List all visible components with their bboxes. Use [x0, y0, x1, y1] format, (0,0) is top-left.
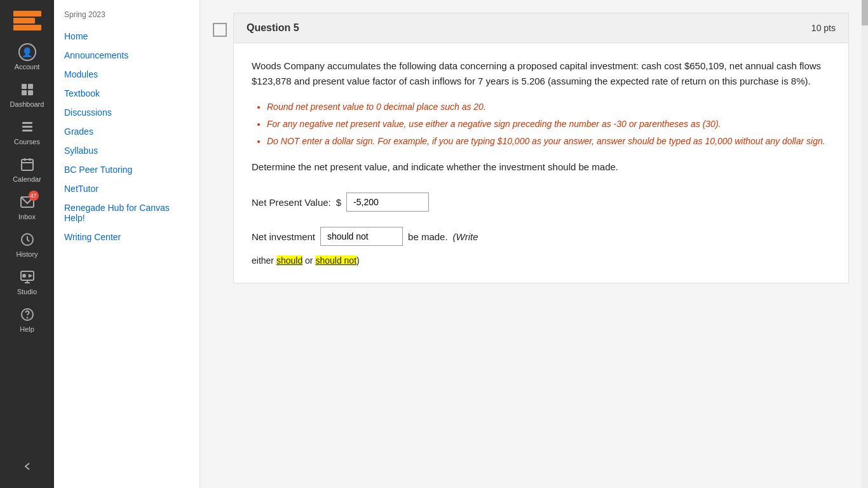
- sidebar-item-calendar-label: Calendar: [13, 175, 41, 183]
- investment-label: Net investment: [252, 231, 315, 242]
- nav-panel: Spring 2023 Home Announcements Modules T…: [54, 0, 200, 488]
- npv-input-row: Net Present Value: $: [252, 193, 831, 212]
- sidebar-item-help[interactable]: Help: [0, 301, 54, 338]
- question-wrapper: Question 5 10 pts Woods Company accumula…: [213, 13, 849, 283]
- npv-input[interactable]: [346, 193, 429, 212]
- svg-rect-7: [22, 159, 33, 170]
- sidebar-item-dashboard-label: Dashboard: [10, 100, 44, 108]
- hint-should: should: [276, 255, 302, 266]
- nav-link-syllabus[interactable]: Syllabus: [54, 141, 200, 160]
- instruction-3: Do NOT enter a dollar sign. For example,…: [267, 135, 831, 148]
- svg-point-16: [23, 274, 25, 277]
- sidebar-item-account[interactable]: 👤 Account: [0, 38, 54, 76]
- account-icon: 👤: [18, 43, 36, 61]
- sidebar-item-help-label: Help: [20, 325, 34, 333]
- question-points: 10 pts: [811, 23, 836, 33]
- nav-link-home[interactable]: Home: [54, 27, 200, 46]
- svg-rect-4: [22, 122, 32, 124]
- question-header: Question 5 10 pts: [234, 13, 848, 43]
- sidebar-item-inbox-label: Inbox: [18, 213, 36, 220]
- nav-link-grades[interactable]: Grades: [54, 122, 200, 141]
- hint-close: ): [356, 255, 360, 266]
- instructions-list: Round net present value to 0 decimal pla…: [252, 100, 831, 148]
- question-title: Question 5: [247, 22, 299, 34]
- hint-or: or: [302, 255, 315, 266]
- logo-icon: [13, 8, 41, 30]
- svg-rect-3: [28, 90, 33, 95]
- collapse-button[interactable]: [0, 452, 54, 480]
- npv-label: Net Present Value:: [252, 197, 331, 208]
- hint-italic: (Write: [453, 231, 478, 242]
- svg-rect-1: [28, 84, 33, 89]
- sidebar-item-studio-label: Studio: [17, 288, 37, 295]
- logo: [0, 0, 54, 38]
- inbox-wrapper: 47: [18, 193, 36, 211]
- investment-input[interactable]: [320, 227, 403, 246]
- sidebar: 👤 Account Dashboard Courses: [0, 0, 54, 488]
- svg-point-18: [27, 318, 27, 318]
- instruction-2: For any negative net present value, use …: [267, 118, 831, 131]
- sidebar-item-calendar[interactable]: Calendar: [0, 151, 54, 188]
- sidebar-item-history-label: History: [16, 250, 37, 258]
- sidebar-bottom: [0, 452, 54, 488]
- svg-rect-6: [22, 130, 32, 132]
- hint-write: either: [252, 255, 276, 266]
- scroll-thumb[interactable]: [862, 0, 868, 25]
- nav-link-writing-center[interactable]: Writing Center: [54, 227, 200, 247]
- sidebar-item-studio[interactable]: Studio: [0, 263, 54, 301]
- studio-icon: [18, 268, 36, 286]
- question-checkbox[interactable]: [213, 23, 227, 37]
- dashboard-icon: [18, 81, 36, 98]
- sidebar-item-courses[interactable]: Courses: [0, 113, 54, 151]
- sidebar-item-inbox[interactable]: 47 Inbox: [0, 188, 54, 226]
- dollar-sign: $: [336, 197, 341, 208]
- nav-link-modules[interactable]: Modules: [54, 65, 200, 84]
- svg-rect-5: [22, 126, 32, 128]
- svg-rect-0: [22, 84, 27, 89]
- main-content: Question 5 10 pts Woods Company accumula…: [200, 0, 862, 488]
- semester-label: Spring 2023: [54, 10, 200, 27]
- nav-link-discussions[interactable]: Discussions: [54, 103, 200, 122]
- inbox-badge: 47: [29, 191, 39, 201]
- nav-link-renegade-hub[interactable]: Renegade Hub for Canvas Help!: [54, 198, 200, 227]
- sidebar-item-dashboard[interactable]: Dashboard: [0, 76, 54, 113]
- investment-row: Net investment be made. (Write: [252, 227, 831, 246]
- history-icon: [18, 231, 36, 248]
- help-icon: [18, 306, 36, 323]
- be-made-text: be made.: [408, 231, 448, 242]
- question-body-text: Woods Company accumulates the following …: [252, 58, 831, 89]
- question-card: Question 5 10 pts Woods Company accumula…: [233, 13, 849, 283]
- sidebar-item-account-label: Account: [15, 63, 40, 71]
- nav-link-nettutor[interactable]: NetTutor: [54, 179, 200, 198]
- courses-icon: [18, 118, 36, 136]
- svg-rect-2: [22, 90, 27, 95]
- hint-text: either should or should not): [252, 254, 831, 268]
- sidebar-item-courses-label: Courses: [14, 138, 40, 146]
- content-area: Question 5 10 pts Woods Company accumula…: [200, 0, 862, 488]
- hint-should-not: should not: [315, 255, 356, 266]
- nav-link-textbook[interactable]: Textbook: [54, 84, 200, 103]
- sidebar-item-history[interactable]: History: [0, 226, 54, 263]
- determine-text: Determine the net present value, and ind…: [252, 159, 831, 175]
- nav-link-bc-peer-tutoring[interactable]: BC Peer Tutoring: [54, 160, 200, 179]
- nav-link-announcements[interactable]: Announcements: [54, 46, 200, 65]
- calendar-icon: [18, 156, 36, 173]
- question-body: Woods Company accumulates the following …: [234, 43, 848, 283]
- right-scrollbar[interactable]: [862, 0, 868, 488]
- instruction-1: Round net present value to 0 decimal pla…: [267, 100, 831, 114]
